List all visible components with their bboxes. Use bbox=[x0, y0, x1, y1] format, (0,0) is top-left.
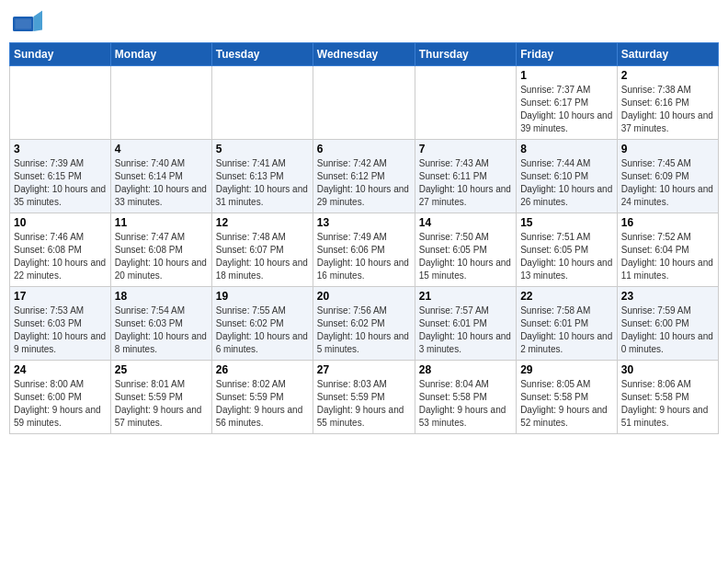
day-number: 1 bbox=[520, 69, 613, 82]
day-info: Sunrise: 8:03 AM Sunset: 5:59 PM Dayligh… bbox=[317, 378, 411, 430]
calendar-cell bbox=[211, 66, 313, 140]
day-info: Sunrise: 7:51 AM Sunset: 6:05 PM Dayligh… bbox=[520, 231, 613, 282]
week-row-3: 10Sunrise: 7:46 AM Sunset: 6:08 PM Dayli… bbox=[10, 213, 719, 287]
calendar-cell: 6Sunrise: 7:42 AM Sunset: 6:12 PM Daylig… bbox=[313, 140, 415, 213]
day-number: 12 bbox=[216, 216, 309, 229]
day-number: 5 bbox=[216, 143, 309, 155]
calendar-cell: 2Sunrise: 7:38 AM Sunset: 6:16 PM Daylig… bbox=[617, 66, 718, 140]
weekday-header-thursday: Thursday bbox=[415, 43, 516, 66]
day-info: Sunrise: 7:48 AM Sunset: 6:07 PM Dayligh… bbox=[216, 231, 309, 282]
day-info: Sunrise: 7:47 AM Sunset: 6:08 PM Dayligh… bbox=[115, 231, 208, 282]
calendar-cell bbox=[10, 66, 111, 140]
day-info: Sunrise: 7:53 AM Sunset: 6:03 PM Dayligh… bbox=[14, 304, 107, 356]
day-number: 11 bbox=[115, 216, 208, 229]
day-info: Sunrise: 7:45 AM Sunset: 6:09 PM Dayligh… bbox=[621, 157, 714, 209]
calendar-cell: 26Sunrise: 8:02 AM Sunset: 5:59 PM Dayli… bbox=[211, 361, 313, 434]
day-number: 4 bbox=[115, 143, 208, 155]
day-info: Sunrise: 7:38 AM Sunset: 6:16 PM Dayligh… bbox=[621, 84, 714, 135]
calendar-cell: 29Sunrise: 8:05 AM Sunset: 5:58 PM Dayli… bbox=[517, 361, 618, 434]
day-info: Sunrise: 7:55 AM Sunset: 6:02 PM Dayligh… bbox=[216, 304, 309, 356]
calendar-cell: 4Sunrise: 7:40 AM Sunset: 6:14 PM Daylig… bbox=[110, 140, 211, 213]
day-number: 26 bbox=[216, 363, 309, 376]
day-number: 16 bbox=[621, 216, 714, 229]
day-info: Sunrise: 7:42 AM Sunset: 6:12 PM Dayligh… bbox=[317, 157, 411, 209]
day-info: Sunrise: 7:44 AM Sunset: 6:10 PM Dayligh… bbox=[520, 157, 613, 209]
day-number: 13 bbox=[317, 216, 411, 229]
calendar-cell: 30Sunrise: 8:06 AM Sunset: 5:58 PM Dayli… bbox=[617, 361, 718, 434]
day-number: 8 bbox=[520, 143, 613, 155]
calendar-cell: 18Sunrise: 7:54 AM Sunset: 6:03 PM Dayli… bbox=[110, 287, 211, 361]
weekday-header-row: SundayMondayTuesdayWednesdayThursdayFrid… bbox=[10, 43, 719, 66]
day-info: Sunrise: 7:41 AM Sunset: 6:13 PM Dayligh… bbox=[216, 157, 309, 209]
day-number: 14 bbox=[419, 216, 512, 229]
calendar-cell: 12Sunrise: 7:48 AM Sunset: 6:07 PM Dayli… bbox=[211, 213, 313, 287]
calendar-cell: 16Sunrise: 7:52 AM Sunset: 6:04 PM Dayli… bbox=[617, 213, 718, 287]
day-number: 30 bbox=[621, 363, 714, 376]
day-number: 15 bbox=[520, 216, 613, 229]
day-info: Sunrise: 7:43 AM Sunset: 6:11 PM Dayligh… bbox=[419, 157, 512, 209]
calendar-cell: 7Sunrise: 7:43 AM Sunset: 6:11 PM Daylig… bbox=[415, 140, 516, 213]
day-info: Sunrise: 8:06 AM Sunset: 5:58 PM Dayligh… bbox=[621, 378, 714, 430]
calendar-cell: 15Sunrise: 7:51 AM Sunset: 6:05 PM Dayli… bbox=[517, 213, 618, 287]
calendar-cell: 1Sunrise: 7:37 AM Sunset: 6:17 PM Daylig… bbox=[517, 66, 618, 140]
day-info: Sunrise: 7:58 AM Sunset: 6:01 PM Dayligh… bbox=[520, 304, 613, 356]
day-number: 27 bbox=[317, 363, 411, 376]
week-row-2: 3Sunrise: 7:39 AM Sunset: 6:15 PM Daylig… bbox=[10, 140, 719, 213]
calendar-cell: 14Sunrise: 7:50 AM Sunset: 6:05 PM Dayli… bbox=[415, 213, 516, 287]
calendar-cell: 23Sunrise: 7:59 AM Sunset: 6:00 PM Dayli… bbox=[617, 287, 718, 361]
day-info: Sunrise: 7:56 AM Sunset: 6:02 PM Dayligh… bbox=[317, 304, 411, 356]
day-number: 28 bbox=[419, 363, 512, 376]
day-number: 9 bbox=[621, 143, 714, 155]
calendar-cell: 24Sunrise: 8:00 AM Sunset: 6:00 PM Dayli… bbox=[10, 361, 111, 434]
weekday-header-tuesday: Tuesday bbox=[211, 43, 313, 66]
weekday-header-saturday: Saturday bbox=[617, 43, 718, 66]
day-number: 7 bbox=[419, 143, 512, 155]
calendar-cell bbox=[313, 66, 415, 140]
day-number: 25 bbox=[115, 363, 208, 376]
day-info: Sunrise: 8:02 AM Sunset: 5:59 PM Dayligh… bbox=[216, 378, 309, 430]
calendar-cell: 11Sunrise: 7:47 AM Sunset: 6:08 PM Dayli… bbox=[110, 213, 211, 287]
svg-rect-2 bbox=[15, 18, 31, 29]
calendar-cell: 5Sunrise: 7:41 AM Sunset: 6:13 PM Daylig… bbox=[211, 140, 313, 213]
calendar-cell: 25Sunrise: 8:01 AM Sunset: 5:59 PM Dayli… bbox=[110, 361, 211, 434]
calendar-cell: 8Sunrise: 7:44 AM Sunset: 6:10 PM Daylig… bbox=[517, 140, 618, 213]
svg-marker-1 bbox=[33, 11, 42, 31]
calendar-cell bbox=[110, 66, 211, 140]
day-info: Sunrise: 7:52 AM Sunset: 6:04 PM Dayligh… bbox=[621, 231, 714, 282]
day-number: 29 bbox=[520, 363, 613, 376]
day-number: 3 bbox=[14, 143, 107, 155]
weekday-header-sunday: Sunday bbox=[10, 43, 111, 66]
calendar-cell: 27Sunrise: 8:03 AM Sunset: 5:59 PM Dayli… bbox=[313, 361, 415, 434]
calendar-cell: 3Sunrise: 7:39 AM Sunset: 6:15 PM Daylig… bbox=[10, 140, 111, 213]
day-info: Sunrise: 8:04 AM Sunset: 5:58 PM Dayligh… bbox=[419, 378, 512, 430]
calendar-cell: 28Sunrise: 8:04 AM Sunset: 5:58 PM Dayli… bbox=[415, 361, 516, 434]
calendar-cell: 17Sunrise: 7:53 AM Sunset: 6:03 PM Dayli… bbox=[10, 287, 111, 361]
day-info: Sunrise: 7:40 AM Sunset: 6:14 PM Dayligh… bbox=[115, 157, 208, 209]
day-number: 17 bbox=[14, 290, 107, 303]
calendar-cell: 9Sunrise: 7:45 AM Sunset: 6:09 PM Daylig… bbox=[617, 140, 718, 213]
day-info: Sunrise: 7:54 AM Sunset: 6:03 PM Dayligh… bbox=[115, 304, 208, 356]
calendar-table: SundayMondayTuesdayWednesdayThursdayFrid… bbox=[9, 42, 719, 434]
logo-icon bbox=[13, 9, 42, 35]
weekday-header-friday: Friday bbox=[517, 43, 618, 66]
day-number: 20 bbox=[317, 290, 411, 303]
calendar-cell: 13Sunrise: 7:49 AM Sunset: 6:06 PM Dayli… bbox=[313, 213, 415, 287]
day-info: Sunrise: 7:50 AM Sunset: 6:05 PM Dayligh… bbox=[419, 231, 512, 282]
day-info: Sunrise: 7:57 AM Sunset: 6:01 PM Dayligh… bbox=[419, 304, 512, 356]
day-number: 6 bbox=[317, 143, 411, 155]
day-info: Sunrise: 7:39 AM Sunset: 6:15 PM Dayligh… bbox=[14, 157, 107, 209]
week-row-4: 17Sunrise: 7:53 AM Sunset: 6:03 PM Dayli… bbox=[10, 287, 719, 361]
day-number: 23 bbox=[621, 290, 714, 303]
weekday-header-monday: Monday bbox=[110, 43, 211, 66]
day-number: 21 bbox=[419, 290, 512, 303]
day-info: Sunrise: 7:59 AM Sunset: 6:00 PM Dayligh… bbox=[621, 304, 714, 356]
calendar-cell: 22Sunrise: 7:58 AM Sunset: 6:01 PM Dayli… bbox=[517, 287, 618, 361]
day-info: Sunrise: 8:00 AM Sunset: 6:00 PM Dayligh… bbox=[14, 378, 107, 430]
calendar-cell: 10Sunrise: 7:46 AM Sunset: 6:08 PM Dayli… bbox=[10, 213, 111, 287]
day-info: Sunrise: 7:37 AM Sunset: 6:17 PM Dayligh… bbox=[520, 84, 613, 135]
page-header bbox=[9, 9, 719, 35]
day-info: Sunrise: 7:46 AM Sunset: 6:08 PM Dayligh… bbox=[14, 231, 107, 282]
calendar-cell: 19Sunrise: 7:55 AM Sunset: 6:02 PM Dayli… bbox=[211, 287, 313, 361]
week-row-5: 24Sunrise: 8:00 AM Sunset: 6:00 PM Dayli… bbox=[10, 361, 719, 434]
day-number: 24 bbox=[14, 363, 107, 376]
